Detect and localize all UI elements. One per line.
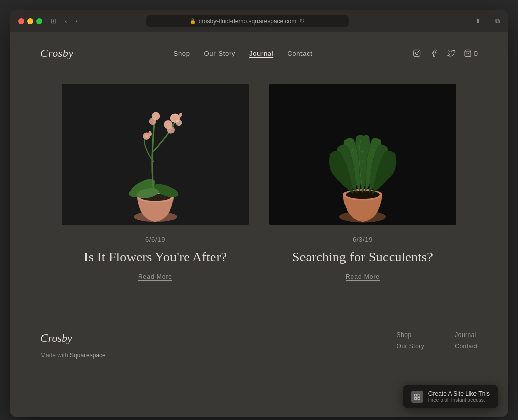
post-title-2: Searching for Succulents? [292, 248, 433, 266]
address-bar[interactable]: 🔒 crosby-fluid-demo.squarespace.com ↻ [146, 15, 349, 27]
footer-left: Crosby Made with Squarespace [40, 331, 106, 359]
traffic-lights [18, 18, 42, 24]
browser-navigation: ⊞ ‹ › [49, 16, 79, 26]
url-text: crosby-fluid-demo.squarespace.com [199, 18, 296, 25]
blog-post-1: 6/6/19 Is It Flowers You're After? Read … [62, 84, 249, 280]
svg-point-18 [154, 114, 158, 118]
reload-icon[interactable]: ↻ [299, 17, 305, 25]
back-button[interactable]: ‹ [63, 16, 69, 26]
lock-icon: 🔒 [190, 18, 196, 24]
post-title-1: Is It Flowers You're After? [84, 248, 227, 266]
footer-nav-col-2: Journal Contact [455, 331, 478, 350]
svg-point-15 [167, 126, 175, 133]
footer-our-story-link[interactable]: Our Story [397, 343, 425, 350]
squarespace-link[interactable]: Squarespace [70, 352, 106, 359]
instagram-icon[interactable] [412, 49, 421, 58]
read-more-1[interactable]: Read More [138, 273, 172, 280]
close-button[interactable] [18, 18, 24, 24]
footer-journal-link[interactable]: Journal [455, 331, 478, 339]
post-image-succulent[interactable] [269, 84, 456, 225]
svg-point-30 [361, 168, 363, 170]
footer-made-with: Made with Squarespace [40, 352, 106, 359]
blog-post-2: 6/3/19 Searching for Succulents? Read Mo… [269, 84, 456, 280]
maximize-button[interactable] [36, 18, 42, 24]
site-footer: Crosby Made with Squarespace Shop Our St… [10, 311, 508, 374]
browser-window: ⊞ ‹ › 🔒 crosby-fluid-demo.squarespace.co… [10, 10, 508, 417]
browser-chrome: ⊞ ‹ › 🔒 crosby-fluid-demo.squarespace.co… [10, 10, 508, 32]
svg-point-1 [415, 52, 418, 54]
share-icon[interactable]: ⬆ [475, 17, 481, 25]
svg-point-16 [176, 120, 182, 126]
svg-point-14 [166, 122, 170, 127]
footer-nav: Shop Our Story Journal Contact [397, 331, 478, 350]
tab-switcher-icon[interactable]: ⊞ [49, 16, 59, 26]
read-more-2[interactable]: Read More [346, 273, 380, 280]
nav-our-story[interactable]: Our Story [204, 50, 235, 57]
svg-point-19 [149, 118, 156, 125]
facebook-icon[interactable] [429, 49, 439, 58]
website-content: Crosby Shop Our Story Journal Contact [10, 32, 508, 417]
split-view-icon[interactable]: ⧉ [495, 17, 500, 25]
new-tab-icon[interactable]: + [486, 17, 490, 26]
svg-rect-44 [418, 397, 420, 399]
twitter-icon[interactable] [447, 49, 456, 58]
main-nav: Shop Our Story Journal Contact [174, 50, 313, 57]
cta-text: Create A Site Like This Free trial. Inst… [428, 390, 490, 403]
forward-button[interactable]: › [73, 16, 80, 26]
post-image-orchid[interactable] [62, 84, 249, 225]
site-header: Crosby Shop Our Story Journal Contact [10, 32, 508, 74]
squarespace-cta-banner[interactable]: Create A Site Like This Free trial. Inst… [403, 385, 498, 408]
svg-point-29 [362, 160, 364, 162]
footer-shop-link[interactable]: Shop [397, 331, 425, 339]
squarespace-logo-icon [411, 391, 423, 403]
blog-grid: 6/6/19 Is It Flowers You're After? Read … [31, 74, 487, 311]
cta-subtitle: Free trial. Instant access. [428, 397, 490, 403]
site-logo[interactable]: Crosby [40, 47, 73, 60]
cart-count: 0 [474, 50, 478, 57]
svg-point-2 [418, 51, 419, 52]
social-icons: 0 [412, 49, 478, 58]
browser-actions: ⬆ + ⧉ [475, 17, 500, 26]
nav-shop[interactable]: Shop [174, 50, 190, 57]
cart-icon[interactable]: 0 [464, 49, 478, 57]
nav-contact[interactable]: Contact [287, 50, 312, 57]
minimize-button[interactable] [27, 18, 33, 24]
svg-rect-0 [413, 50, 420, 56]
post-date-1: 6/6/19 [145, 236, 165, 243]
cta-title: Create A Site Like This [428, 390, 490, 397]
svg-point-21 [145, 134, 148, 138]
svg-rect-43 [415, 397, 417, 399]
svg-point-33 [351, 149, 353, 151]
nav-journal[interactable]: Journal [249, 50, 273, 57]
svg-point-28 [361, 151, 363, 153]
footer-contact-link[interactable]: Contact [455, 343, 478, 350]
svg-rect-42 [418, 394, 420, 396]
svg-point-12 [172, 116, 178, 121]
footer-logo: Crosby [40, 331, 106, 345]
footer-nav-col-1: Shop Our Story [397, 331, 425, 350]
post-date-2: 6/3/19 [353, 236, 373, 243]
svg-point-36 [372, 149, 374, 151]
svg-rect-41 [415, 394, 417, 396]
